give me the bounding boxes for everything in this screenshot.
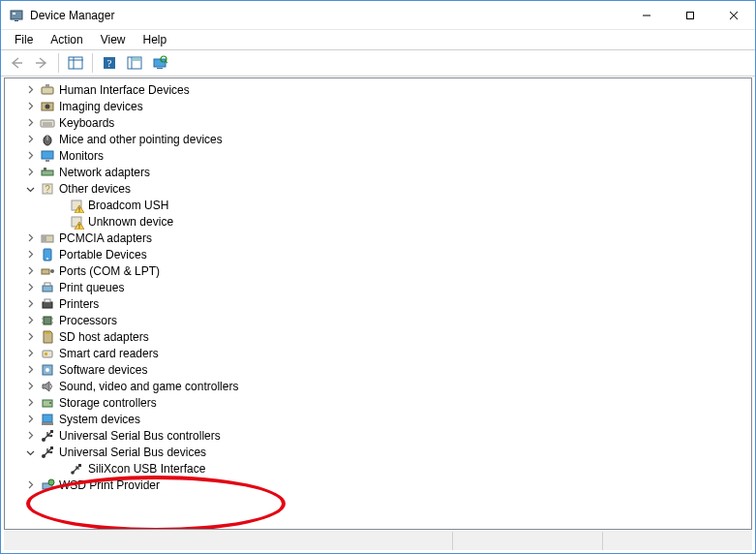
category-storage[interactable]: Storage controllers — [5, 394, 751, 411]
svg-rect-71 — [78, 464, 81, 467]
pcmcia-icon — [40, 231, 55, 246]
other-icon: ? — [40, 181, 55, 197]
menubar: File Action View Help — [1, 30, 755, 49]
chevron-right-icon[interactable] — [24, 397, 36, 409]
category-usbdev[interactable]: Universal Serial Bus devices — [5, 444, 751, 460]
chevron-right-icon[interactable] — [24, 479, 36, 491]
svg-point-59 — [45, 368, 49, 372]
category-ports[interactable]: Ports (COM & LPT) — [5, 262, 751, 279]
device-tree-panel: Human Interface DevicesImaging devicesKe… — [4, 77, 752, 530]
category-usbctrl[interactable]: Universal Serial Bus controllers — [5, 427, 751, 444]
category-other[interactable]: ?Other devices — [5, 180, 751, 197]
svg-rect-68 — [50, 446, 53, 449]
minimize-button[interactable] — [624, 1, 668, 29]
device-label: SiliXcon USB Interface — [88, 462, 205, 476]
maximize-button[interactable] — [668, 1, 711, 29]
menu-help[interactable]: Help — [136, 31, 175, 48]
category-pcmcia[interactable]: PCMCIA adapters — [5, 230, 751, 246]
forward-button[interactable] — [30, 52, 53, 74]
category-printer[interactable]: Printers — [5, 295, 751, 312]
chevron-right-icon[interactable] — [24, 298, 36, 310]
chevron-right-icon[interactable] — [24, 167, 36, 178]
category-label: Monitors — [59, 149, 104, 163]
svg-text:?: ? — [45, 184, 50, 195]
chevron-right-icon[interactable] — [24, 117, 36, 129]
category-cpu[interactable]: Processors — [5, 312, 751, 328]
chevron-right-icon[interactable] — [24, 265, 36, 277]
category-network[interactable]: Network adapters — [5, 164, 751, 180]
category-sd[interactable]: SD host adapters — [5, 328, 751, 345]
chevron-right-icon[interactable] — [24, 101, 36, 112]
category-imaging[interactable]: Imaging devices — [5, 98, 751, 114]
category-label: Storage controllers — [59, 396, 157, 410]
svg-point-45 — [50, 269, 54, 273]
close-button[interactable] — [711, 1, 755, 29]
menu-view[interactable]: View — [93, 31, 134, 48]
svg-rect-63 — [42, 422, 53, 425]
svg-point-61 — [49, 402, 51, 404]
chevron-down-icon[interactable] — [24, 446, 36, 458]
device-label: Broadcom USH — [88, 199, 168, 212]
category-portable[interactable]: Portable Devices — [5, 246, 751, 262]
category-label: Smart card readers — [59, 347, 159, 360]
menu-action[interactable]: Action — [43, 31, 90, 48]
chevron-right-icon[interactable] — [24, 414, 36, 425]
chevron-right-icon[interactable] — [24, 315, 36, 326]
chevron-down-icon[interactable] — [24, 183, 36, 195]
svg-point-22 — [45, 104, 50, 108]
chevron-right-icon[interactable] — [24, 150, 36, 162]
category-hid[interactable]: Human Interface Devices — [5, 81, 751, 98]
chevron-right-icon[interactable] — [24, 134, 36, 145]
device-tree-scroll[interactable]: Human Interface DevicesImaging devicesKe… — [5, 78, 751, 529]
titlebar: Device Manager — [1, 1, 755, 30]
category-label: Software devices — [59, 363, 147, 377]
chevron-right-icon[interactable] — [24, 430, 36, 442]
menu-file[interactable]: File — [7, 31, 41, 48]
chevron-right-icon[interactable] — [24, 364, 36, 376]
chevron-right-icon[interactable] — [24, 331, 36, 343]
svg-rect-29 — [45, 160, 49, 162]
storage-icon — [40, 395, 55, 411]
show-hide-tree-button[interactable] — [64, 52, 87, 74]
category-monitor[interactable]: Monitors — [5, 147, 751, 164]
ports-icon — [40, 263, 55, 279]
svg-rect-7 — [69, 57, 82, 69]
svg-rect-46 — [43, 286, 52, 292]
svg-rect-41 — [43, 236, 46, 241]
device-item[interactable]: SiliXcon USB Interface — [5, 460, 751, 477]
svg-point-69 — [50, 450, 53, 453]
category-soft[interactable]: Software devices — [5, 361, 751, 378]
svg-rect-20 — [45, 84, 49, 87]
device-item[interactable]: !Broadcom USH — [5, 197, 751, 213]
svg-rect-65 — [50, 430, 53, 433]
category-system[interactable]: System devices — [5, 411, 751, 427]
device-item[interactable]: !Unknown device — [5, 213, 751, 230]
back-button[interactable] — [5, 52, 28, 74]
category-wsd[interactable]: WSD Print Provider — [5, 477, 751, 493]
category-label: Print queues — [59, 281, 124, 294]
scan-hardware-button[interactable] — [148, 52, 171, 74]
category-mouse[interactable]: Mice and other pointing devices — [5, 131, 751, 147]
svg-rect-2 — [15, 20, 18, 21]
svg-rect-55 — [45, 332, 50, 334]
svg-point-73 — [48, 479, 54, 485]
device-label: Unknown device — [88, 215, 173, 229]
svg-rect-30 — [42, 170, 53, 175]
help-button[interactable]: ? — [98, 52, 121, 74]
category-sound[interactable]: Sound, video and game controllers — [5, 378, 751, 394]
printq-icon — [40, 280, 55, 295]
properties-button[interactable] — [123, 52, 146, 74]
chevron-right-icon[interactable] — [24, 282, 36, 293]
sd-icon — [40, 329, 55, 345]
chevron-right-icon[interactable] — [24, 84, 36, 96]
category-label: Network adapters — [59, 166, 150, 179]
chevron-right-icon[interactable] — [24, 381, 36, 392]
category-smart[interactable]: Smart card readers — [5, 345, 751, 361]
category-keyboard[interactable]: Keyboards — [5, 114, 751, 131]
svg-rect-57 — [45, 353, 47, 355]
chevron-right-icon[interactable] — [24, 232, 36, 244]
category-printq[interactable]: Print queues — [5, 279, 751, 295]
usbdev-icon — [40, 445, 55, 460]
chevron-right-icon[interactable] — [24, 348, 36, 359]
chevron-right-icon[interactable] — [24, 249, 36, 261]
